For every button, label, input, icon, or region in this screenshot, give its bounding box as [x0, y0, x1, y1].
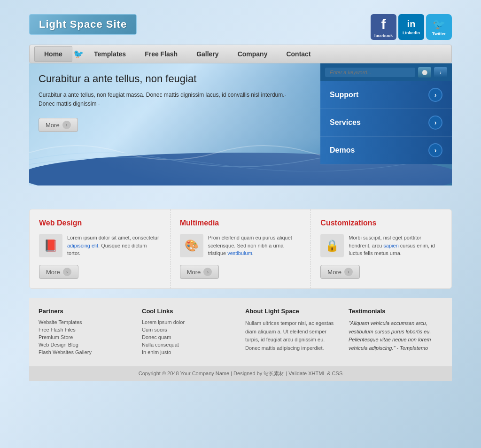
service-multimedia: Multimedia 🎨 Proin eleifend quam eu puru… — [171, 209, 311, 288]
list-item[interactable]: Free Flash Files — [39, 327, 132, 332]
hero-more-label: More — [46, 122, 60, 129]
webdesign-more-arrow: › — [63, 268, 71, 276]
list-item[interactable]: Web Design Blog — [39, 342, 132, 348]
support-label: Support — [330, 91, 358, 99]
linkedin-letter: in — [407, 19, 416, 30]
list-item[interactable]: Nulla consequat — [142, 342, 236, 348]
nav-home[interactable]: Home — [34, 46, 72, 62]
facebook-letter: f — [381, 16, 386, 32]
services-grid: Web Design 📕 Lorem ipsum dolor sit amet,… — [29, 209, 452, 289]
nav-freeflash[interactable]: Free Flash — [135, 46, 187, 62]
search-input[interactable] — [325, 68, 415, 77]
multimedia-body: 🎨 Proin eleifend quam eu purus aliquet s… — [180, 234, 302, 257]
footer-about: About Light Space Nullam ultrices tempor… — [245, 308, 339, 357]
multimedia-icon: 🎨 — [180, 234, 203, 257]
list-item[interactable]: Lorem ipsum dolor — [142, 319, 236, 325]
customizations-link[interactable]: sapien — [383, 243, 398, 248]
webdesign-text-before: Lorem ipsum dolor sit amet, consectetur — [67, 235, 159, 240]
nav-templates[interactable]: Templates — [85, 46, 135, 62]
testimonials-title: Testimonials — [349, 308, 442, 315]
customizations-text: Morbi suscipit, nisl eget porttitor hend… — [349, 234, 442, 257]
nav-contact[interactable]: Contact — [277, 46, 320, 62]
hero-section: Curabitur a ante tellus, non feugiat Cur… — [29, 63, 452, 185]
nav-company[interactable]: Company — [228, 46, 277, 62]
footer-testimonials: Testimonials "Aliquam vehicula accumsan … — [349, 308, 442, 357]
customizations-more-label: More — [327, 269, 341, 276]
list-item[interactable]: Cum sociis — [142, 327, 236, 332]
about-text: Nullam ultrices tempor nisi, ac egestas … — [245, 319, 339, 352]
search-go-button[interactable]: › — [434, 67, 447, 77]
partners-title: Partners — [39, 308, 132, 315]
support-button[interactable]: Support › — [320, 81, 452, 109]
demos-button[interactable]: Demos › — [320, 137, 452, 164]
logo: Light Space Site — [29, 14, 137, 35]
more-arrow-icon: › — [62, 121, 71, 129]
footer-section: Partners Website Templates Free Flash Fi… — [29, 298, 452, 366]
multimedia-title: Multimedia — [180, 219, 302, 227]
site-container: Light Space Site f facebook in LinkedIn … — [29, 0, 452, 381]
services-label: Services — [330, 118, 361, 127]
customizations-more-arrow: › — [344, 268, 353, 276]
services-arrow-icon: › — [428, 116, 442, 130]
linkedin-label: LinkedIn — [403, 31, 420, 35]
partners-list: Website Templates Free Flash Files Premi… — [39, 319, 132, 355]
search-submit-button[interactable]: ⚪ — [418, 67, 431, 77]
search-bar: ⚪ › — [320, 63, 452, 81]
header: Light Space Site f facebook in LinkedIn … — [29, 14, 452, 40]
customizations-more-button[interactable]: More › — [320, 265, 360, 279]
facebook-social-icon[interactable]: f facebook — [371, 14, 396, 40]
multimedia-more-arrow: › — [203, 268, 212, 276]
services-button[interactable]: Services › — [320, 109, 452, 137]
footer-partners: Partners Website Templates Free Flash Fi… — [39, 308, 132, 357]
hero-more-button[interactable]: More › — [39, 118, 78, 132]
customizations-icon: 🔒 — [320, 234, 344, 257]
nav-bar: Home 🐦 Templates Free Flash Gallery Comp… — [29, 45, 452, 63]
support-arrow-icon: › — [428, 88, 442, 102]
twitter-social-icon[interactable]: 🐦 Twitter — [426, 14, 452, 40]
demos-label: Demos — [330, 146, 355, 154]
webdesign-more-label: More — [46, 269, 60, 276]
social-icons: f facebook in LinkedIn 🐦 Twitter — [371, 14, 452, 40]
webdesign-link[interactable]: adipiscing elit — [67, 243, 98, 248]
footer-coollinks: Cool Links Lorem ipsum dolor Cum sociis … — [142, 308, 236, 357]
list-item[interactable]: Website Templates — [39, 319, 132, 325]
nav-bird-decoration: 🐦 — [73, 49, 84, 59]
webdesign-text: Lorem ipsum dolor sit amet, consectetur … — [67, 234, 161, 257]
blue-divider — [29, 185, 452, 200]
list-item[interactable]: Premium Store — [39, 334, 132, 340]
multimedia-text: Proin eleifend quam eu purus aliquet sce… — [208, 234, 302, 257]
webdesign-more-button[interactable]: More › — [39, 265, 78, 279]
facebook-label: facebook — [374, 33, 393, 38]
multimedia-link[interactable]: vestibulum — [227, 250, 252, 256]
hero-right-sidebar: ⚪ › Support › Services › Demos › — [320, 63, 452, 164]
webdesign-title: Web Design — [39, 219, 161, 227]
multimedia-more-button[interactable]: More › — [180, 265, 219, 279]
hero-content: Curabitur a ante tellus, non feugiat Cur… — [39, 73, 302, 132]
multimedia-more-label: More — [187, 269, 201, 276]
list-item[interactable]: Donec quam — [142, 334, 236, 340]
webdesign-icon: 📕 — [39, 234, 62, 257]
twitter-bird-icon: 🐦 — [433, 18, 445, 31]
webdesign-body: 📕 Lorem ipsum dolor sit amet, consectetu… — [39, 234, 161, 257]
linkedin-social-icon[interactable]: in LinkedIn — [398, 14, 424, 40]
customizations-body: 🔒 Morbi suscipit, nisl eget porttitor he… — [320, 234, 442, 257]
testimonials-text: "Aliquam vehicula accumsan arcu, vestibu… — [349, 319, 442, 352]
service-webdesign: Web Design 📕 Lorem ipsum dolor sit amet,… — [30, 209, 171, 288]
demos-arrow-icon: › — [428, 143, 442, 157]
customizations-title: Customizations — [320, 219, 442, 227]
twitter-label: Twitter — [432, 31, 446, 36]
multimedia-text-after: . — [252, 250, 254, 256]
about-title: About Light Space — [245, 308, 339, 315]
hero-heading: Curabitur a ante tellus, non feugiat — [39, 73, 302, 85]
outer-wrapper: Light Space Site f facebook in LinkedIn … — [0, 0, 481, 448]
list-item[interactable]: In enim justo — [142, 349, 236, 355]
footer-bottom: Copyright © 2048 Your Company Name | Des… — [29, 366, 452, 381]
coollinks-list: Lorem ipsum dolor Cum sociis Donec quam … — [142, 319, 236, 355]
copyright-text: Copyright © 2048 Your Company Name | Des… — [139, 371, 342, 376]
coollinks-title: Cool Links — [142, 308, 236, 315]
hero-body: Curabitur a ante tellus, non feugiat mas… — [39, 91, 302, 108]
nav-gallery[interactable]: Gallery — [187, 46, 228, 62]
service-customizations: Customizations 🔒 Morbi suscipit, nisl eg… — [311, 209, 451, 288]
list-item[interactable]: Flash Websites Gallery — [39, 349, 132, 355]
